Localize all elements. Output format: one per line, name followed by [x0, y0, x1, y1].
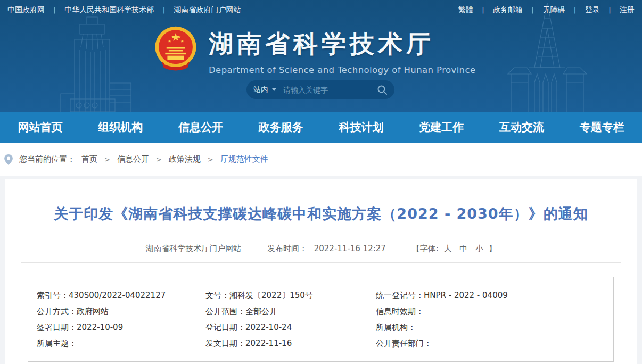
field-topic: 所属主题： — [37, 335, 205, 351]
site-name-english: Department of Science and Technology of … — [209, 65, 476, 75]
field-index-number: 索引号：430S00/2022-04022127 — [37, 287, 205, 303]
article-meta: 湖南省科学技术厅门户网站 发布时间： 2022-11-16 12:27 【字体:… — [5, 244, 637, 255]
font-size-open-bracket: 【字体: — [412, 244, 439, 253]
topbar-link-traditional[interactable]: 繁體 — [458, 5, 473, 14]
field-responsible-dept: 公开责任部门： — [376, 335, 608, 351]
field-value: 政府网站 — [77, 307, 109, 316]
field-value: HNPR - 2022 - 04009 — [424, 291, 508, 300]
field-label: 所属主题： — [37, 338, 77, 348]
nav-item-gov-services[interactable]: 政务服务 — [241, 112, 321, 143]
search-button[interactable] — [377, 85, 388, 95]
separator: | — [163, 6, 165, 14]
field-signing-date: 签署日期：2022-10-09 — [37, 319, 205, 335]
breadcrumb-separator: > — [208, 155, 213, 163]
nav-item-party-building[interactable]: 党建工作 — [401, 112, 482, 143]
breadcrumb: 您当前的位置： 首页 > 信息公开 > 政策法规 > 厅规范性文件 — [0, 143, 642, 176]
topbar-link-most[interactable]: 中华人民共和国科学技术部 — [64, 5, 154, 14]
article-title: 关于印发《湖南省科技支撑碳达峰碳中和实施方案（2022 - 2030年）》的通知 — [5, 179, 637, 224]
topbar-left-links: 中国政府网 | 中华人民共和国科学技术部 | 湖南省政府门户网站 — [7, 5, 241, 15]
search-icon — [377, 85, 388, 95]
field-value: 2022-10-24 — [245, 322, 292, 332]
field-label: 文号： — [205, 291, 229, 300]
separator: | — [532, 6, 534, 14]
nav-item-organization[interactable]: 组织机构 — [80, 112, 161, 143]
font-size-close-bracket: 】 — [489, 244, 497, 253]
field-value: 2022-10-09 — [77, 322, 123, 332]
meta-divider — [21, 262, 621, 263]
article-source: 湖南省科学技术厅门户网站 — [145, 244, 241, 253]
font-size-controls: 【字体: 大 中 小 】 — [412, 244, 497, 253]
field-label: 登记日期： — [205, 322, 245, 332]
table-row: 签署日期：2022-10-09 登记日期：2022-10-24 所属机构： — [37, 319, 608, 335]
topbar-link-accessibility[interactable]: 无障碍 — [542, 5, 565, 14]
topbar-link-hunan-gov[interactable]: 湖南省政府门户网站 — [174, 5, 241, 14]
topbar-link-mailbox[interactable]: 政务邮箱 — [493, 5, 523, 14]
separator: | — [574, 6, 576, 14]
search-scope-label: 站内 — [253, 85, 268, 95]
site-search: 站内 — [246, 80, 394, 99]
separator: | — [608, 6, 611, 14]
breadcrumb-separator: > — [104, 155, 110, 163]
field-affiliated-org: 所属机构： — [376, 319, 608, 335]
field-value: 全部公开 — [245, 307, 277, 316]
location-pin-icon — [4, 154, 13, 165]
font-size-medium-button[interactable]: 中 — [459, 244, 467, 253]
field-validity-period: 信息时效期： — [376, 303, 608, 319]
field-label: 公开方式： — [37, 307, 77, 316]
breadcrumb-item-policies[interactable]: 政策法规 — [169, 154, 201, 164]
field-label: 统一登记号： — [376, 291, 424, 300]
site-title-group[interactable]: 湖南省科学技术厅 Department of Science and Techn… — [209, 28, 476, 75]
chevron-down-icon — [272, 88, 276, 91]
field-label: 发文日期： — [205, 338, 245, 348]
publish-time-group: 发布时间： 2022-11-16 12:27 — [267, 244, 389, 253]
site-name: 湖南省科学技术厅 — [209, 28, 476, 61]
main-nav: 网站首页 组织机构 信息公开 政务服务 科技计划 党建工作 互动交流 专题专栏 — [0, 112, 642, 143]
field-doc-number: 文号：湘科发〔2022〕150号 — [205, 287, 376, 303]
field-label: 信息时效期： — [376, 307, 424, 316]
breadcrumb-item-home[interactable]: 首页 — [81, 154, 97, 164]
search-scope-dropdown[interactable]: 站内 — [253, 85, 276, 95]
table-row: 所属主题： 发文日期：2022-11-16 公开责任部门： — [37, 335, 608, 351]
field-label: 公开责任部门： — [376, 338, 432, 348]
field-label: 签署日期： — [37, 322, 77, 332]
topbar-link-login[interactable]: 登录 — [585, 5, 600, 14]
table-row: 公开方式：政府网站 公开范围：全部公开 信息时效期： — [37, 303, 608, 319]
field-unified-reg-number: 统一登记号：HNPR - 2022 - 04009 — [376, 287, 608, 303]
national-emblem-logo[interactable]: ★ ★ ★ ★ — [154, 25, 197, 77]
field-label: 索引号： — [37, 291, 69, 300]
field-value: 湘科发〔2022〕150号 — [229, 291, 313, 300]
document-meta-table: 索引号：430S00/2022-04022127 文号：湘科发〔2022〕150… — [28, 277, 614, 362]
table-row: 索引号：430S00/2022-04022127 文号：湘科发〔2022〕150… — [37, 287, 608, 303]
field-disclosure-scope: 公开范围：全部公开 — [205, 303, 376, 319]
topbar: 中国政府网 | 中华人民共和国科学技术部 | 湖南省政府门户网站 繁體 | 政务… — [0, 0, 642, 20]
svg-text:★: ★ — [168, 39, 171, 44]
breadcrumb-item-normative-docs[interactable]: 厅规范性文件 — [220, 154, 268, 164]
masthead: ★ ★ ★ ★ 湖南省科学技术厅 Department of Science a… — [0, 20, 642, 112]
separator: | — [482, 6, 484, 14]
field-issue-date: 发文日期：2022-11-16 — [205, 335, 376, 351]
nav-item-info-disclosure[interactable]: 信息公开 — [161, 112, 241, 143]
nav-item-sci-tech-programs[interactable]: 科技计划 — [321, 112, 401, 143]
field-label: 所属机构： — [376, 322, 416, 332]
field-value: 2022-11-16 — [245, 338, 292, 348]
publish-time-label: 发布时间： — [267, 244, 307, 253]
font-size-small-button[interactable]: 小 — [475, 244, 483, 253]
field-registration-date: 登记日期：2022-10-24 — [205, 319, 376, 335]
separator: | — [53, 6, 55, 14]
breadcrumb-item-info-disclosure[interactable]: 信息公开 — [117, 154, 149, 164]
article-card: 关于印发《湖南省科技支撑碳达峰碳中和实施方案（2022 - 2030年）》的通知… — [5, 179, 637, 364]
field-label: 公开范围： — [205, 307, 245, 316]
search-input[interactable] — [283, 86, 377, 94]
field-value: 430S00/2022-04022127 — [69, 291, 166, 300]
nav-item-special-columns[interactable]: 专题专栏 — [562, 112, 642, 143]
nav-item-home[interactable]: 网站首页 — [0, 112, 80, 143]
publish-time-value: 2022-11-16 12:27 — [314, 244, 386, 253]
nav-item-interaction[interactable]: 互动交流 — [482, 112, 562, 143]
field-disclosure-method: 公开方式：政府网站 — [37, 303, 205, 319]
font-size-large-button[interactable]: 大 — [444, 244, 452, 253]
breadcrumb-prefix: 您当前的位置： — [19, 154, 75, 164]
site-header: 中国政府网 | 中华人民共和国科学技术部 | 湖南省政府门户网站 繁體 | 政务… — [0, 0, 642, 112]
topbar-right-links: 繁體 | 政务邮箱 | 无障碍 | 登录 | 注册 — [458, 5, 635, 15]
topbar-link-china-gov[interactable]: 中国政府网 — [7, 5, 45, 14]
topbar-link-register[interactable]: 注册 — [620, 5, 635, 14]
